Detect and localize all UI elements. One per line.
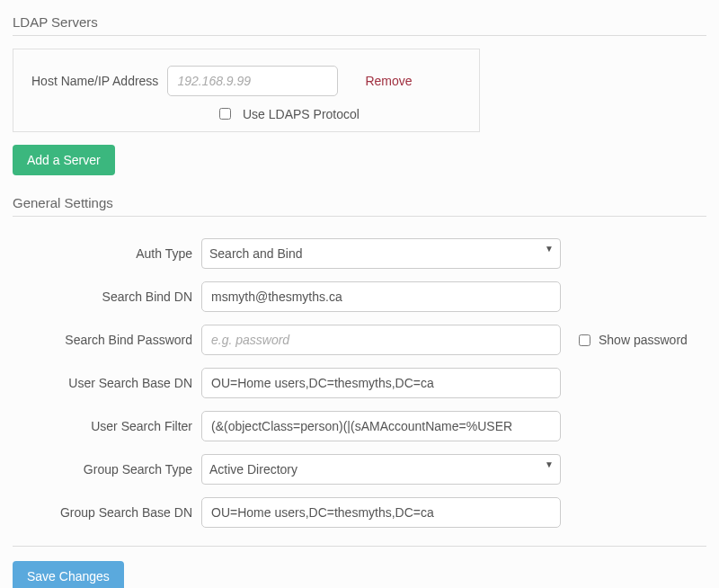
use-ldaps-checkbox[interactable]	[219, 108, 231, 120]
show-password-checkbox[interactable]	[579, 334, 590, 346]
save-changes-button[interactable]: Save Changes	[13, 561, 124, 588]
user-search-base-dn-input[interactable]	[201, 368, 561, 398]
ldap-servers-heading: LDAP Servers	[13, 9, 706, 36]
host-input[interactable]	[167, 66, 338, 96]
user-search-filter-input[interactable]	[201, 411, 561, 441]
show-password-label: Show password	[599, 333, 688, 347]
group-search-type-select[interactable]: Active Directory	[201, 454, 561, 485]
host-label: Host Name/IP Address	[31, 74, 158, 88]
general-settings-heading: General Settings	[13, 190, 706, 217]
user-search-base-dn-label: User Search Base DN	[13, 376, 201, 390]
group-search-base-dn-input[interactable]	[201, 497, 561, 528]
user-search-filter-label: User Search Filter	[13, 419, 201, 433]
auth-type-select[interactable]: Search and Bind	[201, 238, 561, 269]
group-search-base-dn-label: Group Search Base DN	[13, 505, 201, 520]
group-search-type-label: Group Search Type	[13, 462, 201, 477]
use-ldaps-label: Use LDAPS Protocol	[243, 107, 360, 121]
auth-type-label: Auth Type	[13, 246, 201, 261]
ldap-server-entry: Host Name/IP Address Remove Use LDAPS Pr…	[13, 49, 480, 132]
search-bind-dn-input[interactable]	[201, 281, 561, 312]
add-server-button[interactable]: Add a Server	[13, 145, 115, 175]
search-bind-password-input[interactable]	[201, 325, 561, 355]
search-bind-dn-label: Search Bind DN	[13, 290, 201, 304]
search-bind-password-label: Search Bind Password	[13, 333, 201, 347]
remove-server-link[interactable]: Remove	[365, 74, 412, 88]
